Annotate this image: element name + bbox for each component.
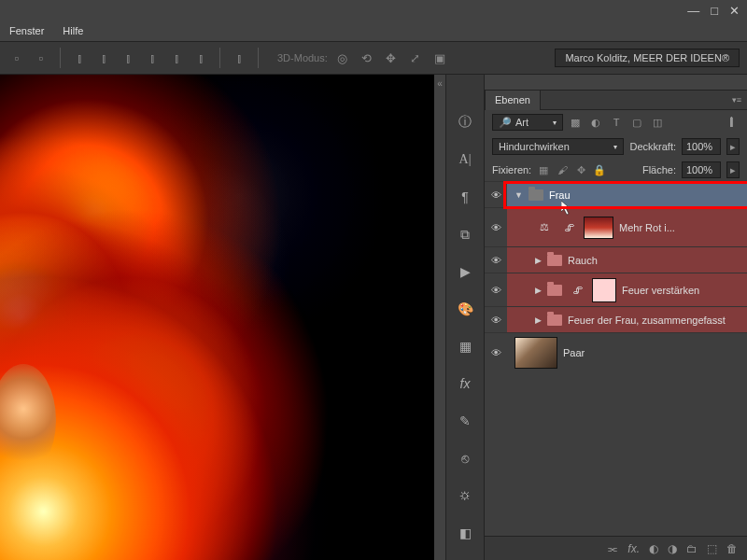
layer-fx-icon[interactable]: fx. <box>627 542 640 555</box>
folder-icon <box>529 189 543 201</box>
swatches-panel-icon[interactable]: ▦ <box>455 336 475 357</box>
lock-position-icon[interactable]: ✥ <box>574 163 587 176</box>
document-canvas[interactable] <box>0 75 434 560</box>
layer-thumbnail[interactable] <box>584 217 613 239</box>
blend-mode-row: Hindurchwirken ▾ Deckkraft: 100% ▸ <box>485 134 747 159</box>
lock-all-icon[interactable]: 🔒 <box>593 163 606 176</box>
opacity-field[interactable]: 100% <box>682 138 721 155</box>
maximize-button[interactable]: □ <box>711 4 718 18</box>
new-layer-icon[interactable]: ⬚ <box>707 542 717 555</box>
filter-adjust-icon[interactable]: ◐ <box>587 114 604 131</box>
paragraph-panel-icon[interactable]: ¶ <box>455 187 475 207</box>
layer-name[interactable]: Rauch <box>568 255 598 266</box>
menu-window[interactable]: Fenster <box>9 25 44 36</box>
visibility-toggle[interactable]: 👁 <box>485 285 507 296</box>
layer-name[interactable]: Paar <box>563 347 585 358</box>
distribute-icon[interactable]: ⫿ <box>119 49 137 67</box>
3d-mode-label: 3D-Modus: <box>277 52 328 63</box>
layer-name[interactable]: Mehr Rot i... <box>619 222 675 233</box>
3d-pan-icon[interactable]: ✥ <box>382 49 401 67</box>
distribute-icon[interactable]: ⫿ <box>167 49 186 67</box>
visibility-toggle[interactable]: 👁 <box>485 189 507 201</box>
fill-flyout[interactable]: ▸ <box>726 161 740 178</box>
3d-camera-icon[interactable]: ▣ <box>430 49 449 67</box>
close-button[interactable]: ✕ <box>729 4 740 18</box>
lock-label: Fixieren: <box>492 164 531 175</box>
chevron-right-icon[interactable]: ▶ <box>535 256 542 265</box>
minimize-button[interactable]: — <box>687 4 699 18</box>
character-panel-icon[interactable]: A| <box>455 149 475 170</box>
layer-group-frau[interactable]: 👁 ▼ Frau <box>485 181 747 207</box>
brush-panel-icon[interactable]: ✎ <box>455 411 475 431</box>
collapse-icon[interactable]: « <box>437 78 443 89</box>
filter-toggle[interactable]: ⏽ <box>723 114 740 131</box>
filter-shape-icon[interactable]: ▢ <box>628 114 645 131</box>
layer-name[interactable]: Frau <box>549 189 571 201</box>
chevron-down-icon: ▾ <box>553 119 557 127</box>
panel-menu-icon[interactable]: ▾≡ <box>732 95 741 105</box>
opacity-flyout[interactable]: ▸ <box>726 138 740 155</box>
collapsed-panels-strip: ⓘ A| ¶ ⧉ ▶ 🎨 ▦ fx ✎ ⎋ ⛭ ◧ <box>445 75 485 560</box>
delete-layer-icon[interactable]: 🗑 <box>726 542 738 555</box>
info-panel-icon[interactable]: ⓘ <box>455 112 475 133</box>
filter-smart-icon[interactable]: ◫ <box>649 114 666 131</box>
layer-thumbnail[interactable] <box>514 337 557 369</box>
new-adjustment-icon[interactable]: ◑ <box>668 542 677 555</box>
folder-icon <box>547 315 562 326</box>
settings-panel-icon[interactable]: ⛭ <box>455 485 475 506</box>
3d-orbit-icon[interactable]: ◎ <box>333 49 352 67</box>
layer-name[interactable]: Feuer verstärken <box>622 285 699 296</box>
layer-name[interactable]: Feuer der Frau, zusammengefasst <box>568 315 726 326</box>
filter-pixel-icon[interactable]: ▩ <box>567 114 584 131</box>
main-area: « ⓘ A| ¶ ⧉ ▶ 🎨 ▦ fx ✎ ⎋ ⛭ ◧ Ebenen ▾≡ 🔎A… <box>0 75 747 560</box>
align-icon[interactable]: ▫ <box>7 49 26 67</box>
layer-adjustment[interactable]: 👁 ⚖ 🖇 Mehr Rot i... <box>485 207 747 246</box>
opacity-label: Deckkraft: <box>629 141 676 152</box>
balance-icon: ⚖ <box>535 218 554 237</box>
blend-mode-select[interactable]: Hindurchwirken ▾ <box>492 138 624 155</box>
chevron-right-icon[interactable]: ▶ <box>535 286 542 295</box>
device-panel-icon[interactable]: ⎋ <box>455 448 475 469</box>
align-icon[interactable]: ▫ <box>32 49 50 67</box>
distribute-icon[interactable]: ⫿ <box>143 49 162 67</box>
new-group-icon[interactable]: 🗀 <box>686 542 698 555</box>
canvas-artwork <box>0 75 434 560</box>
distribute-icon[interactable]: ⫿ <box>191 49 210 67</box>
play-panel-icon[interactable]: ▶ <box>455 261 475 282</box>
layers-tab[interactable]: Ebenen <box>485 90 541 110</box>
layer-paar[interactable]: 👁 Paar <box>485 332 747 371</box>
fill-field[interactable]: 100% <box>682 161 721 178</box>
styles-panel-icon[interactable]: fx <box>455 373 475 394</box>
mask-thumbnail[interactable] <box>592 278 616 302</box>
chevron-down-icon: ▾ <box>613 143 617 151</box>
link-icon: 🖇 <box>568 281 586 300</box>
layer-group-rauch[interactable]: 👁 ▶ Rauch <box>485 246 747 273</box>
add-mask-icon[interactable]: ◐ <box>649 542 658 555</box>
menu-help[interactable]: Hilfe <box>63 25 83 36</box>
link-layers-icon[interactable]: ⫘ <box>607 542 618 555</box>
color-panel-icon[interactable]: 🎨 <box>455 299 475 319</box>
window-titlebar: — □ ✕ <box>0 0 747 21</box>
auto-align-icon[interactable]: ⫿ <box>230 49 248 67</box>
visibility-toggle[interactable]: 👁 <box>485 315 507 326</box>
folder-icon <box>547 285 562 296</box>
layer-group-feuer-zusammen[interactable]: 👁 ▶ Feuer der Frau, zusammengefasst <box>485 306 747 332</box>
filter-kind-select[interactable]: 🔎Art ▾ <box>492 114 563 131</box>
chevron-down-icon[interactable]: ▼ <box>514 190 523 200</box>
layer-group-feuer[interactable]: 👁 ▶ 🖇 Feuer verstärken <box>485 273 747 306</box>
distribute-icon[interactable]: ⫿ <box>70 49 89 67</box>
visibility-toggle[interactable]: 👁 <box>485 255 507 266</box>
3d-roll-icon[interactable]: ⟲ <box>358 49 376 67</box>
filter-type-icon[interactable]: T <box>608 114 625 131</box>
chevron-right-icon[interactable]: ▶ <box>535 315 542 325</box>
visibility-toggle[interactable]: 👁 <box>485 347 507 358</box>
lock-pixels-icon[interactable]: 🖌 <box>556 163 569 176</box>
panel-icon[interactable]: ⧉ <box>455 224 475 245</box>
3d-slide-icon[interactable]: ⤢ <box>406 49 425 67</box>
lock-transparency-icon[interactable]: ▦ <box>537 163 550 176</box>
visibility-toggle[interactable]: 👁 <box>485 222 507 233</box>
cube-panel-icon[interactable]: ◧ <box>455 523 475 543</box>
distribute-icon[interactable]: ⫿ <box>94 49 113 67</box>
search-icon: 🔎 <box>499 117 512 129</box>
cursor-icon <box>561 201 572 216</box>
